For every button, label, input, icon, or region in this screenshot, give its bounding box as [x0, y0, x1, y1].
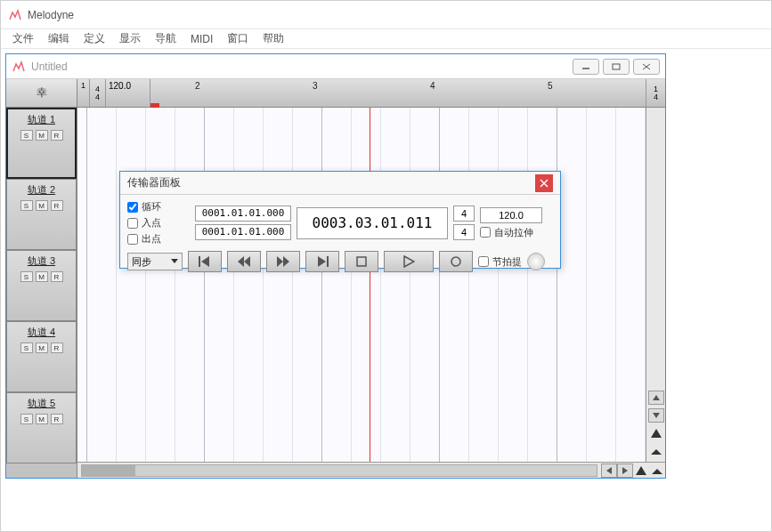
vzoom-out-icon[interactable] [648, 444, 664, 458]
track-name[interactable]: 轨道 2 [28, 183, 55, 197]
document-title: Untitled [31, 60, 573, 73]
rewind-start-button[interactable] [188, 251, 222, 272]
gridline [263, 108, 264, 462]
app-icon [8, 8, 22, 22]
gridline [351, 108, 352, 462]
click-volume-knob[interactable] [527, 253, 545, 270]
record-arm-button[interactable]: R [51, 343, 63, 353]
hzoom-in-icon[interactable] [633, 463, 649, 478]
horizontal-scrollbar[interactable] [81, 464, 597, 477]
maximize-button[interactable] [603, 59, 630, 75]
menu-file[interactable]: 文件 [6, 29, 40, 48]
svg-rect-1 [613, 64, 620, 69]
menu-window[interactable]: 窗口 [221, 29, 255, 48]
record-arm-button[interactable]: R [51, 271, 63, 282]
track-5[interactable]: 轨道 5 S M R [6, 392, 77, 463]
scroll-down-button[interactable] [648, 408, 664, 423]
gridline [468, 108, 469, 462]
inpoint-checkbox[interactable]: 入点 [127, 216, 190, 230]
record-arm-button[interactable]: R [51, 414, 63, 424]
solo-button[interactable]: S [20, 200, 33, 211]
stop-button[interactable] [345, 251, 378, 272]
gridline [86, 108, 87, 462]
click-checkbox[interactable]: 节拍提 [478, 255, 522, 269]
ruler-bar-start: 1 [77, 79, 90, 107]
solo-button[interactable]: S [20, 343, 33, 353]
vzoom-in-icon[interactable] [648, 426, 664, 440]
minimize-button[interactable] [573, 59, 599, 75]
arrangement-grid[interactable] [77, 108, 665, 462]
scroll-up-button[interactable] [648, 391, 664, 405]
menu-help[interactable]: 帮助 [256, 29, 290, 48]
track-2[interactable]: 轨道 2 S M R [6, 179, 77, 250]
ruler-time-signature[interactable]: 4 4 [90, 79, 106, 107]
transport-panel: 传输器面板 循环 入点 出点 0001.01.01.000 0001.01.01… [119, 171, 561, 269]
tempo-field[interactable]: 120.0 [480, 207, 542, 223]
solo-button[interactable]: S [20, 271, 33, 282]
mute-button[interactable]: M [36, 271, 48, 282]
transport-titlebar[interactable]: 传输器面板 [120, 172, 560, 195]
record-arm-button[interactable]: R [51, 200, 63, 211]
bar-number: 3 [313, 81, 318, 91]
ruler-tempo[interactable]: 120.0 [106, 79, 150, 107]
track-name[interactable]: 轨道 4 [28, 326, 55, 339]
sync-select[interactable]: 同步 [127, 253, 183, 270]
dropdown-icon [171, 259, 178, 264]
menu-nav[interactable]: 导航 [149, 29, 183, 48]
mute-button[interactable]: M [36, 200, 48, 211]
menu-edit[interactable]: 编辑 [42, 29, 76, 48]
outpoint-checkbox[interactable]: 出点 [127, 232, 190, 246]
autostretch-checkbox[interactable]: 自动拉伸 [480, 226, 542, 239]
ruler-bars[interactable]: 2345 [150, 79, 646, 107]
track-panel-header[interactable]: 幸 [6, 79, 77, 108]
gridline [615, 108, 616, 462]
loop-label: 循环 [142, 200, 161, 214]
menu-define[interactable]: 定义 [77, 29, 111, 48]
gridline [498, 108, 499, 462]
mute-button[interactable]: M [36, 343, 48, 353]
scrollbar-thumb[interactable] [82, 465, 135, 476]
rewind-button[interactable] [227, 251, 261, 272]
gridline [116, 108, 117, 462]
menu-midi[interactable]: MIDI [184, 31, 219, 47]
horizontal-scroll-row [77, 462, 665, 478]
solo-button[interactable]: S [20, 414, 33, 424]
record-arm-button[interactable]: R [51, 130, 63, 141]
outpoint-label: 出点 [142, 232, 161, 246]
app-titlebar: Melodyne [1, 1, 771, 29]
app-window: Melodyne 文件 编辑 定义 显示 导航 MIDI 窗口 帮助 Untit… [0, 0, 772, 532]
inpoint-field[interactable]: 0001.01.01.000 [195, 206, 291, 222]
record-button[interactable] [439, 251, 473, 272]
svg-rect-8 [357, 257, 366, 266]
close-button[interactable] [633, 59, 660, 75]
track-1[interactable]: 轨道 1 S M R [6, 108, 77, 179]
solo-button[interactable]: S [20, 130, 33, 141]
transport-position[interactable]: 0003.03.01.011 [297, 207, 448, 239]
document-titlebar: Untitled [6, 54, 665, 79]
transport-close-button[interactable] [535, 174, 553, 192]
mute-button[interactable]: M [36, 130, 48, 141]
sig-top-field[interactable]: 4 [453, 206, 475, 222]
playhead[interactable] [370, 108, 370, 462]
scroll-left-button[interactable] [601, 463, 617, 478]
editor-area: 幸 轨道 1 S M R 轨道 2 S M R 轨道 3 S M R 轨道 4 … [6, 79, 665, 478]
bar-number: 5 [548, 81, 553, 91]
menu-view[interactable]: 显示 [113, 29, 147, 48]
sig-bottom-field[interactable]: 4 [453, 224, 475, 240]
track-name[interactable]: 轨道 3 [28, 254, 55, 268]
forward-end-button[interactable] [305, 251, 339, 272]
loop-checkbox[interactable]: 循环 [127, 200, 190, 214]
track-3[interactable]: 轨道 3 S M R [6, 250, 77, 321]
track-4[interactable]: 轨道 4 S M R [6, 321, 77, 392]
gridline [586, 108, 587, 462]
track-name[interactable]: 轨道 1 [28, 113, 55, 126]
bar-number: 4 [430, 81, 435, 91]
mute-button[interactable]: M [36, 414, 48, 424]
hzoom-out-icon[interactable] [649, 463, 665, 478]
forward-button[interactable] [266, 251, 300, 272]
outpoint-field[interactable]: 0001.01.01.000 [195, 224, 291, 240]
scroll-right-button[interactable] [617, 463, 633, 478]
ruler[interactable]: 1 4 4 120.0 2345 1 4 [77, 79, 665, 108]
track-name[interactable]: 轨道 5 [28, 397, 55, 410]
play-button[interactable] [384, 251, 434, 272]
